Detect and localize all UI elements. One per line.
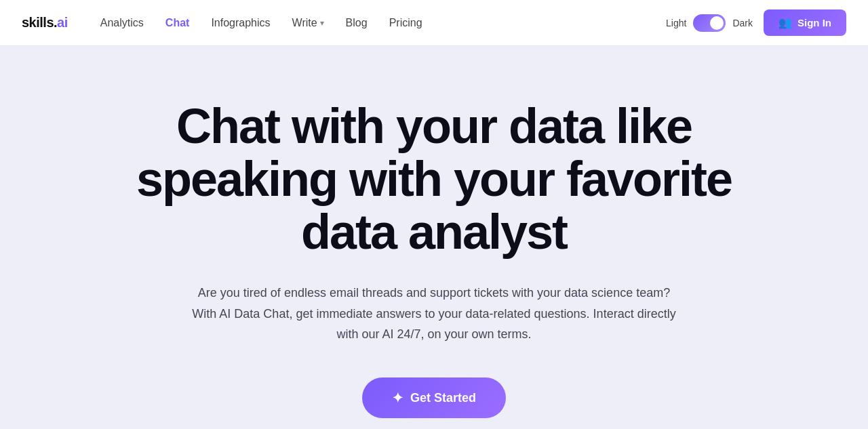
navbar: skills.ai Analytics Chat Infographics Wr… [0,0,868,46]
sign-in-button[interactable]: 👥 Sign In [764,9,846,36]
nav-left: skills.ai Analytics Chat Infographics Wr… [22,12,431,35]
nav-item-analytics[interactable]: Analytics [92,12,152,34]
dark-label: Dark [732,18,753,28]
nav-links: Analytics Chat Infographics Write ▾ Blog… [92,12,431,35]
toggle-track [693,14,726,32]
nav-item-write[interactable]: Write ▾ [284,12,332,35]
sign-in-label: Sign In [797,17,831,28]
nav-item-blog[interactable]: Blog [338,12,376,34]
nav-item-pricing[interactable]: Pricing [381,12,431,34]
cta-icon: ✦ [392,390,403,406]
nav-item-infographics[interactable]: Infographics [203,12,278,34]
cta-label: Get Started [410,391,476,405]
theme-switch[interactable] [693,14,726,32]
logo[interactable]: skills.ai [22,15,68,30]
cta-button[interactable]: ✦ Get Started [362,377,506,418]
toggle-thumb [710,16,724,30]
hero-section: Chat with your data like speaking with y… [0,46,868,429]
chevron-down-icon: ▾ [320,18,324,28]
write-label: Write [292,17,317,29]
hero-subtitle: Are you tired of endless email threads a… [190,283,678,345]
hero-title: Chat with your data like speaking with y… [129,100,739,258]
users-icon: 👥 [778,16,792,29]
nav-item-chat[interactable]: Chat [157,12,198,34]
nav-right: Light Dark 👥 Sign In [666,9,846,36]
light-label: Light [666,18,686,28]
logo-accent: ai [57,15,68,30]
theme-toggle: Light Dark [666,14,753,32]
